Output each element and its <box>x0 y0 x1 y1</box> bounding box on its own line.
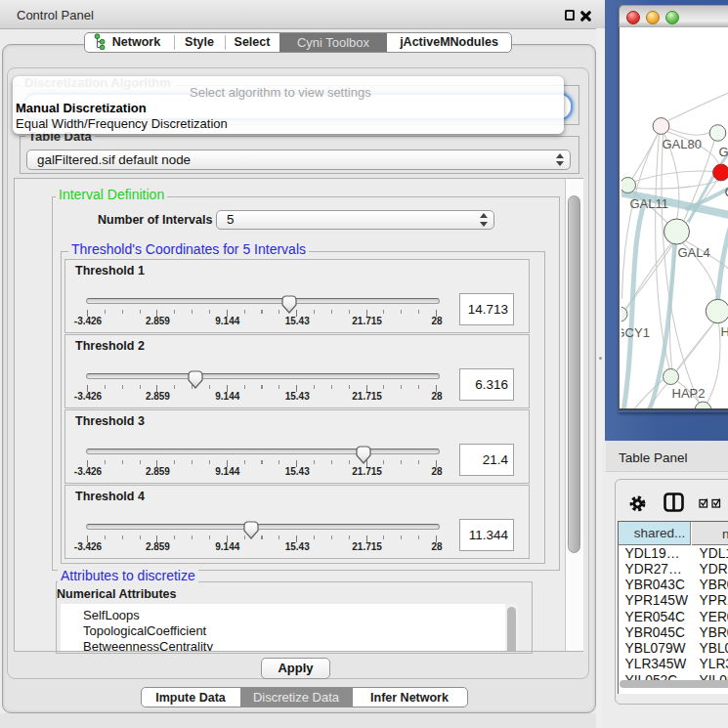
svg-text:GAL11: GAL11 <box>629 195 668 210</box>
svg-text:H: H <box>720 323 728 338</box>
svg-text:GAL80: GAL80 <box>662 136 701 150</box>
svg-text:C: C <box>724 184 728 198</box>
svg-text:HAP2: HAP2 <box>671 385 705 400</box>
svg-text:GCY1: GCY1 <box>621 324 650 339</box>
svg-text:GA: GA <box>718 144 728 158</box>
svg-text:GAL4: GAL4 <box>677 244 709 259</box>
